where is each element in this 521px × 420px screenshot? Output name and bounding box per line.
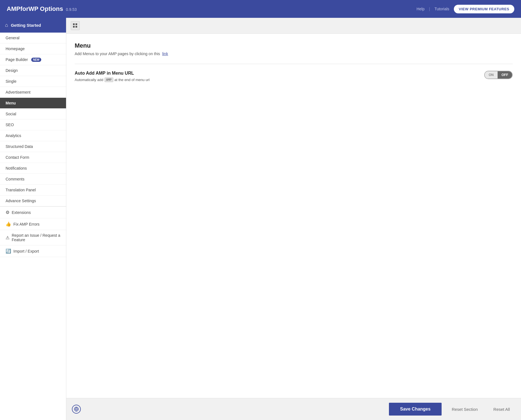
sidebar-item-label: Translation Panel — [6, 188, 36, 192]
layout: ⌂ Getting Started General Homepage Page … — [0, 18, 521, 420]
sidebar-item-label: Notifications — [6, 166, 27, 170]
sidebar-item-report-issue[interactable]: ⚠ Report an Issue / Request a Feature — [0, 230, 66, 245]
sidebar-item-label: Design — [6, 68, 18, 73]
reset-all-button[interactable]: Reset All — [488, 403, 515, 416]
sidebar-item-label: Social — [6, 112, 16, 116]
sidebar-item-notifications[interactable]: Notifications — [0, 163, 66, 174]
new-badge: NEW — [31, 58, 41, 62]
section-desc-text: Add Menus to your AMP pages by clicking … — [75, 52, 160, 56]
sidebar-item-advance-settings[interactable]: Advance Settings — [0, 196, 66, 206]
toggle-off-option[interactable]: OFF — [498, 71, 512, 79]
getting-started-label: Getting Started — [11, 23, 41, 28]
svg-rect-3 — [76, 26, 77, 28]
content-body: Menu Add Menus to your AMP pages by clic… — [66, 34, 521, 398]
sidebar-item-import-export[interactable]: 🔄 Import / Export — [0, 245, 66, 257]
sidebar-item-label: Advance Settings — [6, 199, 36, 203]
sidebar: ⌂ Getting Started General Homepage Page … — [0, 18, 66, 420]
footer-right: Save Changes Reset Section Reset All — [389, 403, 515, 416]
sidebar-item-label: Single — [6, 79, 16, 84]
sidebar-item-structured-data[interactable]: Structured Data — [0, 141, 66, 152]
sidebar-item-general[interactable]: General — [0, 33, 66, 43]
sidebar-item-contact-form[interactable]: Contact Form — [0, 152, 66, 163]
header-left: AMPforWP Options 0.9.53 — [7, 5, 77, 13]
option-info: Auto Add AMP in Menu URL Automatically a… — [75, 71, 475, 82]
sidebar-item-label: Fix AMP Errors — [13, 222, 40, 226]
option-description: Automatically add AMP at the end of menu… — [75, 77, 475, 82]
sidebar-item-label: General — [6, 36, 20, 40]
sidebar-getting-started[interactable]: ⌂ Getting Started — [0, 18, 66, 33]
header: AMPforWP Options 0.9.53 Help | Tutorials… — [0, 0, 521, 18]
sidebar-item-label: Structured Data — [6, 144, 33, 149]
sidebar-item-label: Import / Export — [13, 249, 39, 253]
sidebar-item-label: Advertisement — [6, 90, 30, 94]
warning-icon: ⚠ — [6, 235, 9, 240]
section-description: Add Menus to your AMP pages by clicking … — [75, 52, 513, 56]
sidebar-item-page-builder[interactable]: Page Builder NEW — [0, 54, 66, 65]
amp-badge: AMP — [104, 77, 113, 82]
app-version: 0.9.53 — [66, 7, 77, 12]
sidebar-item-advertisement[interactable]: Advertisement — [0, 87, 66, 98]
sidebar-item-label: Report an Issue / Request a Feature — [12, 233, 60, 242]
sidebar-item-seo[interactable]: SEO — [0, 119, 66, 130]
sidebar-item-homepage[interactable]: Homepage — [0, 43, 66, 54]
section-title: Menu — [75, 42, 513, 49]
option-desc-suffix: at the end of menu url — [115, 78, 150, 82]
content-header — [66, 18, 521, 34]
divider — [75, 64, 513, 64]
sidebar-item-label: Menu — [6, 101, 16, 105]
sidebar-item-single[interactable]: Single — [0, 76, 66, 87]
sidebar-item-translation-panel[interactable]: Translation Panel — [0, 185, 66, 196]
sidebar-navigation: General Homepage Page Builder NEW Design… — [0, 33, 66, 420]
grid-view-icon[interactable] — [71, 21, 80, 30]
sidebar-secondary-section: ⚙ Extensions 👍 Fix AMP Errors ⚠ Report a… — [0, 206, 66, 257]
sidebar-item-menu[interactable]: Menu — [0, 98, 66, 109]
sidebar-item-label: Comments — [6, 177, 25, 181]
sidebar-item-label: Extensions — [12, 210, 31, 215]
app-title: AMPforWP Options — [7, 5, 63, 13]
sidebar-item-comments[interactable]: Comments — [0, 174, 66, 185]
sidebar-item-label: Contact Form — [6, 155, 29, 160]
refresh-icon: 🔄 — [6, 248, 11, 254]
main-content: Menu Add Menus to your AMP pages by clic… — [66, 18, 521, 420]
sidebar-item-label: Homepage — [6, 47, 25, 51]
toggle-container: ON OFF — [484, 71, 513, 79]
sidebar-item-analytics[interactable]: Analytics — [0, 130, 66, 141]
save-changes-button[interactable]: Save Changes — [389, 403, 442, 416]
gear-icon: ⚙ — [6, 210, 9, 215]
header-divider: | — [429, 7, 430, 11]
header-right: Help | Tutorials VIEW PREMIUM FEATURES — [417, 5, 514, 13]
svg-rect-0 — [73, 23, 75, 25]
globe-icon — [72, 405, 81, 414]
sidebar-item-social[interactable]: Social — [0, 109, 66, 119]
sidebar-item-extensions[interactable]: ⚙ Extensions — [0, 207, 66, 218]
section-desc-link[interactable]: link — [162, 52, 168, 56]
content-footer: Save Changes Reset Section Reset All — [66, 398, 521, 420]
reset-section-button[interactable]: Reset Section — [446, 403, 483, 416]
toggle-on-option[interactable]: ON — [485, 71, 498, 79]
footer-left — [72, 405, 81, 414]
home-icon: ⌂ — [5, 22, 8, 28]
sidebar-item-label: SEO — [6, 123, 14, 127]
premium-button[interactable]: VIEW PREMIUM FEATURES — [454, 5, 514, 13]
sidebar-item-label: Page Builder — [6, 57, 28, 62]
help-link[interactable]: Help — [417, 7, 425, 11]
auto-add-amp-toggle[interactable]: ON OFF — [484, 71, 513, 79]
tutorials-link[interactable]: Tutorials — [434, 7, 449, 11]
sidebar-item-fix-amp-errors[interactable]: 👍 Fix AMP Errors — [0, 218, 66, 230]
thumbsup-icon: 👍 — [6, 221, 11, 227]
sidebar-item-label: Analytics — [6, 133, 21, 138]
svg-rect-1 — [76, 23, 77, 25]
svg-rect-2 — [73, 26, 75, 28]
sidebar-item-design[interactable]: Design — [0, 65, 66, 76]
option-label: Auto Add AMP in Menu URL — [75, 71, 475, 76]
option-row: Auto Add AMP in Menu URL Automatically a… — [75, 71, 513, 82]
option-desc-prefix: Automatically add — [75, 78, 103, 82]
